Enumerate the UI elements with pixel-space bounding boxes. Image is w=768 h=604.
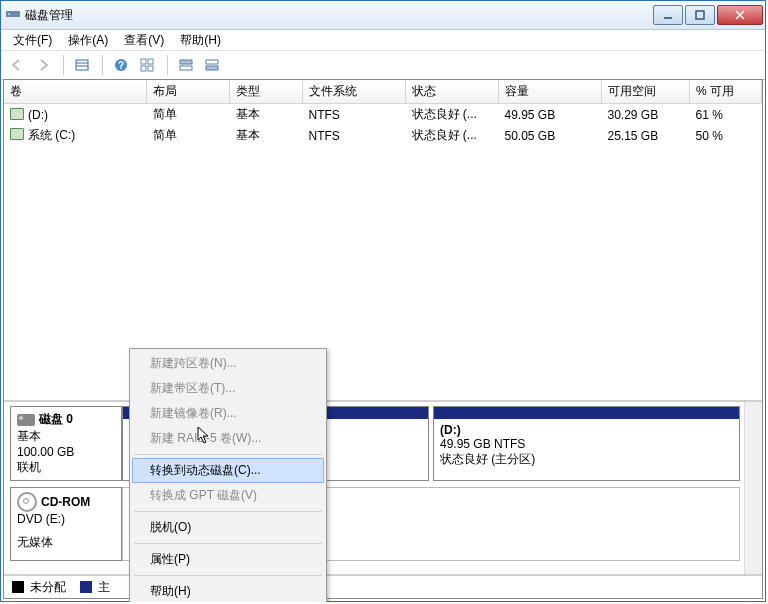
back-button[interactable] <box>5 54 29 76</box>
disk-view-top-button[interactable] <box>174 54 198 76</box>
app-icon <box>5 7 21 23</box>
disk-view-bottom-button[interactable] <box>200 54 224 76</box>
svg-rect-17 <box>206 60 218 64</box>
col-free[interactable]: 可用空间 <box>602 80 690 104</box>
svg-text:?: ? <box>118 60 124 71</box>
ctx-new-striped[interactable]: 新建带区卷(T)... <box>132 376 324 401</box>
col-type[interactable]: 类型 <box>230 80 303 104</box>
part-line2: 49.95 GB NTFS <box>440 437 733 451</box>
table-row[interactable]: (D:) 简单 基本 NTFS 状态良好 (... 49.95 GB 30.29… <box>4 104 762 126</box>
cdrom-icon <box>17 492 37 512</box>
menu-action[interactable]: 操作(A) <box>60 30 116 51</box>
vertical-scrollbar[interactable] <box>744 402 762 574</box>
ctx-offline[interactable]: 脱机(O) <box>132 515 324 540</box>
menu-help[interactable]: 帮助(H) <box>172 30 229 51</box>
legend-primary-swatch <box>80 581 92 593</box>
toolbar-separator <box>167 55 168 75</box>
svg-rect-12 <box>148 59 153 64</box>
col-status[interactable]: 状态 <box>406 80 499 104</box>
detail-view-button[interactable] <box>70 54 94 76</box>
cdrom-header[interactable]: CD-ROM DVD (E:) 无媒体 <box>10 487 122 561</box>
toolbar: ? <box>1 51 765 80</box>
svg-rect-16 <box>180 66 192 70</box>
svg-point-1 <box>8 13 10 15</box>
col-capacity[interactable]: 容量 <box>499 80 602 104</box>
legend-unallocated-swatch <box>12 581 24 593</box>
table-row[interactable]: 系统 (C:) 简单 基本 NTFS 状态良好 (... 50.05 GB 25… <box>4 125 762 146</box>
part-line3: 状态良好 (主分区) <box>440 451 733 468</box>
cell: 系统 (C:) <box>28 128 75 142</box>
cdrom-title: CD-ROM <box>41 495 90 509</box>
menu-view[interactable]: 查看(V) <box>116 30 172 51</box>
disk-0-header[interactable]: 磁盘 0 基本 100.00 GB 联机 <box>10 406 122 481</box>
window-title: 磁盘管理 <box>25 7 73 24</box>
ctx-new-spanned[interactable]: 新建跨区卷(N)... <box>132 351 324 376</box>
ctx-properties[interactable]: 属性(P) <box>132 547 324 572</box>
ctx-separator <box>134 543 322 544</box>
ctx-new-mirror[interactable]: 新建镜像卷(R)... <box>132 401 324 426</box>
disk-management-window: 磁盘管理 文件(F) 操作(A) 查看(V) 帮助(H) ? 卷 <box>0 0 766 602</box>
col-fs[interactable]: 文件系统 <box>303 80 406 104</box>
cell: 61 % <box>690 104 762 126</box>
menu-file[interactable]: 文件(F) <box>5 30 60 51</box>
cell: 简单 <box>147 125 230 146</box>
maximize-button[interactable] <box>685 5 715 25</box>
cdrom-drive: DVD (E:) <box>17 512 115 526</box>
disk-kind: 基本 <box>17 428 115 445</box>
volume-icon <box>10 108 24 120</box>
part-name: (D:) <box>440 423 733 437</box>
forward-button[interactable] <box>31 54 55 76</box>
svg-rect-11 <box>141 59 146 64</box>
svg-rect-15 <box>180 60 192 64</box>
volume-list-pane[interactable]: 卷 布局 类型 文件系统 状态 容量 可用空间 % 可用 (D:) 简单 基本 <box>4 80 762 402</box>
svg-rect-13 <box>141 66 146 71</box>
cell: 30.29 GB <box>602 104 690 126</box>
cell: NTFS <box>303 125 406 146</box>
disk-0-row[interactable]: 磁盘 0 基本 100.00 GB 联机 (D:) 49.95 GB NTFS <box>10 406 740 481</box>
cell: (D:) <box>28 108 48 122</box>
cell: 50 % <box>690 125 762 146</box>
list-settings-button[interactable] <box>135 54 159 76</box>
legend-bar: 未分配 主 <box>4 576 762 598</box>
client-area: 卷 布局 类型 文件系统 状态 容量 可用空间 % 可用 (D:) 简单 基本 <box>3 79 763 599</box>
titlebar[interactable]: 磁盘管理 <box>1 1 765 30</box>
cell: 状态良好 (... <box>406 104 499 126</box>
cell: 49.95 GB <box>499 104 602 126</box>
ctx-convert-gpt[interactable]: 转换成 GPT 磁盘(V) <box>132 483 324 508</box>
disk-context-menu: 新建跨区卷(N)... 新建带区卷(T)... 新建镜像卷(R)... 新建 R… <box>129 348 327 602</box>
cell: 基本 <box>230 125 303 146</box>
svg-rect-18 <box>206 66 218 70</box>
cell: NTFS <box>303 104 406 126</box>
disk-title: 磁盘 0 <box>39 411 73 428</box>
col-layout[interactable]: 布局 <box>147 80 230 104</box>
svg-rect-14 <box>148 66 153 71</box>
toolbar-separator <box>63 55 64 75</box>
cell: 简单 <box>147 104 230 126</box>
legend-unallocated-label: 未分配 <box>30 579 66 596</box>
close-button[interactable] <box>717 5 763 25</box>
minimize-button[interactable] <box>653 5 683 25</box>
legend-primary-label: 主 <box>98 579 110 596</box>
cell: 50.05 GB <box>499 125 602 146</box>
volume-table: 卷 布局 类型 文件系统 状态 容量 可用空间 % 可用 (D:) 简单 基本 <box>4 80 762 146</box>
col-pctfree[interactable]: % 可用 <box>690 80 762 104</box>
help-button[interactable]: ? <box>109 54 133 76</box>
ctx-separator <box>134 575 322 576</box>
partition-d-bar[interactable]: (D:) 49.95 GB NTFS 状态良好 (主分区) <box>433 406 740 481</box>
ctx-separator <box>134 454 322 455</box>
window-controls <box>653 5 763 25</box>
cdrom-row[interactable]: CD-ROM DVD (E:) 无媒体 <box>10 487 740 561</box>
disk-graphic-pane[interactable]: 磁盘 0 基本 100.00 GB 联机 (D:) 49.95 GB NTFS <box>4 402 762 576</box>
disk-icon <box>17 414 35 426</box>
cell: 状态良好 (... <box>406 125 499 146</box>
disk-state: 联机 <box>17 459 115 476</box>
ctx-convert-dynamic[interactable]: 转换到动态磁盘(C)... <box>132 458 324 483</box>
svg-rect-3 <box>696 11 704 19</box>
menubar: 文件(F) 操作(A) 查看(V) 帮助(H) <box>1 30 765 51</box>
ctx-new-raid5[interactable]: 新建 RAID-5 卷(W)... <box>132 426 324 451</box>
toolbar-separator <box>102 55 103 75</box>
cdrom-state: 无媒体 <box>17 534 115 551</box>
ctx-help[interactable]: 帮助(H) <box>132 579 324 602</box>
cell: 25.15 GB <box>602 125 690 146</box>
col-volume[interactable]: 卷 <box>4 80 147 104</box>
